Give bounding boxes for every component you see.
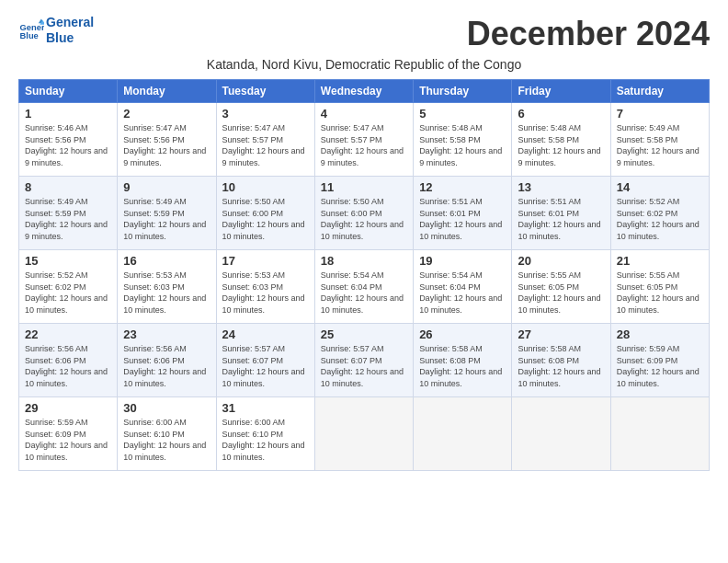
calendar-cell: 4 Sunrise: 5:47 AM Sunset: 5:57 PM Dayli… xyxy=(314,103,413,177)
column-header-thursday: Thursday xyxy=(414,80,512,103)
calendar-cell: 25 Sunrise: 5:57 AM Sunset: 6:07 PM Dayl… xyxy=(314,324,413,397)
day-info: Sunrise: 5:49 AM Sunset: 5:59 PM Dayligh… xyxy=(25,196,111,242)
calendar-cell: 9 Sunrise: 5:49 AM Sunset: 5:59 PM Dayli… xyxy=(118,177,216,250)
column-header-sunday: Sunday xyxy=(19,80,118,103)
day-number: 10 xyxy=(222,180,309,194)
day-number: 22 xyxy=(25,327,111,341)
day-number: 3 xyxy=(222,107,309,121)
calendar-cell: 19 Sunrise: 5:54 AM Sunset: 6:04 PM Dayl… xyxy=(414,250,512,324)
day-number: 20 xyxy=(518,254,604,268)
day-info: Sunrise: 5:49 AM Sunset: 5:58 PM Dayligh… xyxy=(617,122,703,168)
day-number: 2 xyxy=(123,107,210,121)
calendar-cell: 14 Sunrise: 5:52 AM Sunset: 6:02 PM Dayl… xyxy=(610,177,709,250)
day-number: 28 xyxy=(617,327,703,341)
calendar-cell: 24 Sunrise: 5:57 AM Sunset: 6:07 PM Dayl… xyxy=(216,324,314,397)
day-info: Sunrise: 5:54 AM Sunset: 6:04 PM Dayligh… xyxy=(321,270,407,316)
calendar-cell xyxy=(314,397,413,471)
day-info: Sunrise: 5:47 AM Sunset: 5:56 PM Dayligh… xyxy=(123,122,210,168)
day-number: 17 xyxy=(222,254,309,268)
calendar-cell: 23 Sunrise: 5:56 AM Sunset: 6:06 PM Dayl… xyxy=(118,324,216,397)
calendar-cell: 26 Sunrise: 5:58 AM Sunset: 6:08 PM Dayl… xyxy=(414,324,512,397)
calendar-cell xyxy=(414,397,512,471)
calendar-cell: 15 Sunrise: 5:52 AM Sunset: 6:02 PM Dayl… xyxy=(19,250,118,324)
calendar-cell: 30 Sunrise: 6:00 AM Sunset: 6:10 PM Dayl… xyxy=(118,397,216,471)
day-info: Sunrise: 5:56 AM Sunset: 6:06 PM Dayligh… xyxy=(123,343,210,389)
day-number: 4 xyxy=(321,107,407,121)
calendar-table: SundayMondayTuesdayWednesdayThursdayFrid… xyxy=(18,79,710,471)
day-info: Sunrise: 6:00 AM Sunset: 6:10 PM Dayligh… xyxy=(123,417,210,463)
day-info: Sunrise: 5:53 AM Sunset: 6:03 PM Dayligh… xyxy=(123,270,210,316)
calendar-cell: 28 Sunrise: 5:59 AM Sunset: 6:09 PM Dayl… xyxy=(610,324,709,397)
column-header-tuesday: Tuesday xyxy=(216,80,314,103)
day-info: Sunrise: 5:57 AM Sunset: 6:07 PM Dayligh… xyxy=(321,343,407,389)
day-number: 7 xyxy=(617,107,703,121)
day-info: Sunrise: 5:59 AM Sunset: 6:09 PM Dayligh… xyxy=(25,417,111,463)
calendar-cell xyxy=(512,397,610,471)
calendar-cell: 5 Sunrise: 5:48 AM Sunset: 5:58 PM Dayli… xyxy=(414,103,512,177)
day-number: 23 xyxy=(123,327,210,341)
calendar-cell: 13 Sunrise: 5:51 AM Sunset: 6:01 PM Dayl… xyxy=(512,177,610,250)
logo-icon: General Blue xyxy=(18,17,44,43)
day-info: Sunrise: 5:48 AM Sunset: 5:58 PM Dayligh… xyxy=(518,122,604,168)
calendar-cell: 10 Sunrise: 5:50 AM Sunset: 6:00 PM Dayl… xyxy=(216,177,314,250)
calendar-cell: 1 Sunrise: 5:46 AM Sunset: 5:56 PM Dayli… xyxy=(19,103,118,177)
day-info: Sunrise: 5:47 AM Sunset: 5:57 PM Dayligh… xyxy=(321,122,407,168)
calendar-cell: 21 Sunrise: 5:55 AM Sunset: 6:05 PM Dayl… xyxy=(610,250,709,324)
day-number: 16 xyxy=(123,254,210,268)
month-title: December 2024 xyxy=(467,15,710,53)
calendar-week-3: 15 Sunrise: 5:52 AM Sunset: 6:02 PM Dayl… xyxy=(19,250,710,324)
day-info: Sunrise: 5:49 AM Sunset: 5:59 PM Dayligh… xyxy=(123,196,210,242)
day-number: 26 xyxy=(419,327,506,341)
day-info: Sunrise: 5:51 AM Sunset: 6:01 PM Dayligh… xyxy=(518,196,604,242)
location-title: Katanda, Nord Kivu, Democratic Republic … xyxy=(18,57,710,72)
logo-text: General Blue xyxy=(46,15,94,46)
calendar-week-4: 22 Sunrise: 5:56 AM Sunset: 6:06 PM Dayl… xyxy=(19,324,710,397)
calendar-cell xyxy=(610,397,709,471)
day-number: 11 xyxy=(321,180,407,194)
day-number: 13 xyxy=(518,180,604,194)
header: General Blue General Blue December 2024 xyxy=(18,15,710,53)
day-number: 15 xyxy=(25,254,111,268)
day-number: 1 xyxy=(25,107,111,121)
day-info: Sunrise: 5:52 AM Sunset: 6:02 PM Dayligh… xyxy=(617,196,703,242)
day-info: Sunrise: 5:59 AM Sunset: 6:09 PM Dayligh… xyxy=(617,343,703,389)
calendar-cell: 11 Sunrise: 5:50 AM Sunset: 6:00 PM Dayl… xyxy=(314,177,413,250)
calendar-cell: 12 Sunrise: 5:51 AM Sunset: 6:01 PM Dayl… xyxy=(414,177,512,250)
day-number: 19 xyxy=(419,254,506,268)
calendar-cell: 16 Sunrise: 5:53 AM Sunset: 6:03 PM Dayl… xyxy=(118,250,216,324)
day-info: Sunrise: 5:58 AM Sunset: 6:08 PM Dayligh… xyxy=(419,343,506,389)
calendar-cell: 29 Sunrise: 5:59 AM Sunset: 6:09 PM Dayl… xyxy=(19,397,118,471)
day-info: Sunrise: 5:55 AM Sunset: 6:05 PM Dayligh… xyxy=(617,270,703,316)
calendar-cell: 22 Sunrise: 5:56 AM Sunset: 6:06 PM Dayl… xyxy=(19,324,118,397)
logo: General Blue General Blue xyxy=(18,15,94,46)
day-number: 18 xyxy=(321,254,407,268)
column-header-friday: Friday xyxy=(512,80,610,103)
day-number: 21 xyxy=(617,254,703,268)
calendar-cell: 3 Sunrise: 5:47 AM Sunset: 5:57 PM Dayli… xyxy=(216,103,314,177)
svg-text:Blue: Blue xyxy=(20,31,39,40)
day-info: Sunrise: 5:53 AM Sunset: 6:03 PM Dayligh… xyxy=(222,270,309,316)
day-info: Sunrise: 5:58 AM Sunset: 6:08 PM Dayligh… xyxy=(518,343,604,389)
day-info: Sunrise: 5:48 AM Sunset: 5:58 PM Dayligh… xyxy=(419,122,506,168)
day-info: Sunrise: 5:57 AM Sunset: 6:07 PM Dayligh… xyxy=(222,343,309,389)
day-info: Sunrise: 5:55 AM Sunset: 6:05 PM Dayligh… xyxy=(518,270,604,316)
day-number: 30 xyxy=(123,401,210,415)
day-number: 14 xyxy=(617,180,703,194)
column-header-saturday: Saturday xyxy=(610,80,709,103)
day-number: 6 xyxy=(518,107,604,121)
day-number: 25 xyxy=(321,327,407,341)
calendar-cell: 20 Sunrise: 5:55 AM Sunset: 6:05 PM Dayl… xyxy=(512,250,610,324)
day-info: Sunrise: 5:50 AM Sunset: 6:00 PM Dayligh… xyxy=(222,196,309,242)
calendar-week-1: 1 Sunrise: 5:46 AM Sunset: 5:56 PM Dayli… xyxy=(19,103,710,177)
column-header-wednesday: Wednesday xyxy=(314,80,413,103)
day-number: 27 xyxy=(518,327,604,341)
day-info: Sunrise: 5:54 AM Sunset: 6:04 PM Dayligh… xyxy=(419,270,506,316)
day-number: 31 xyxy=(222,401,309,415)
column-header-monday: Monday xyxy=(118,80,216,103)
day-info: Sunrise: 5:51 AM Sunset: 6:01 PM Dayligh… xyxy=(419,196,506,242)
calendar-cell: 17 Sunrise: 5:53 AM Sunset: 6:03 PM Dayl… xyxy=(216,250,314,324)
day-info: Sunrise: 5:52 AM Sunset: 6:02 PM Dayligh… xyxy=(25,270,111,316)
calendar-cell: 7 Sunrise: 5:49 AM Sunset: 5:58 PM Dayli… xyxy=(610,103,709,177)
day-number: 5 xyxy=(419,107,506,121)
day-info: Sunrise: 5:46 AM Sunset: 5:56 PM Dayligh… xyxy=(25,122,111,168)
